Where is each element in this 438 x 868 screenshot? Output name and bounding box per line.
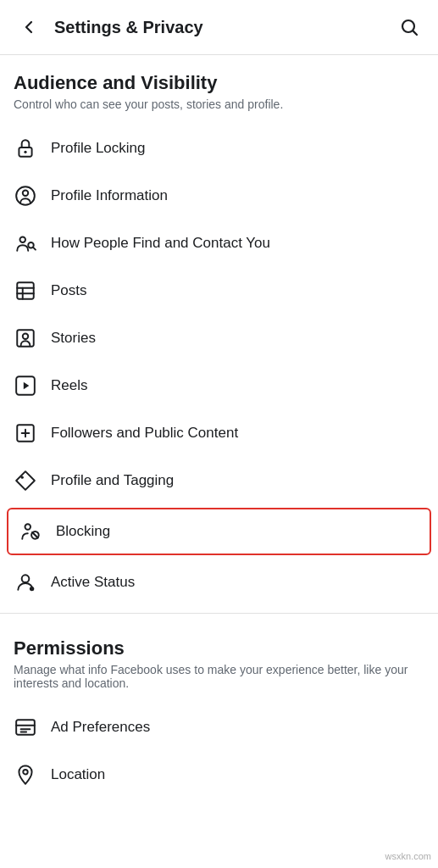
svg-line-8 [33, 248, 36, 250]
svg-point-14 [23, 334, 29, 340]
menu-item-stories[interactable]: Stories [0, 314, 438, 362]
stories-icon [14, 326, 37, 350]
posts-label: Posts [51, 282, 87, 299]
section-divider [0, 613, 438, 614]
blocking-icon [19, 520, 42, 543]
lock-person-icon [14, 136, 37, 160]
svg-line-1 [413, 31, 417, 35]
back-button[interactable] [14, 12, 44, 42]
followers-public-label: Followers and Public Content [51, 425, 238, 442]
reels-label: Reels [51, 377, 87, 394]
section-desc-audience: Control who can see your posts, stories … [14, 97, 424, 111]
menu-item-ad-preferences[interactable]: Ad Preferences [0, 704, 438, 751]
menu-item-profile-tagging[interactable]: Profile and Tagging [0, 457, 438, 504]
section-title-permissions: Permissions [14, 637, 424, 659]
permissions-section: Permissions Manage what info Facebook us… [0, 620, 438, 704]
svg-point-3 [24, 151, 26, 153]
profile-locking-label: Profile Locking [51, 140, 146, 157]
svg-point-5 [23, 191, 29, 197]
active-status-icon [14, 570, 37, 594]
menu-item-location[interactable]: Location [0, 751, 438, 798]
section-title-audience: Audience and Visibility [14, 72, 424, 94]
menu-item-followers-public[interactable]: Followers and Public Content [0, 409, 438, 457]
blocking-label: Blocking [56, 523, 110, 540]
tag-icon [14, 469, 37, 492]
svg-point-20 [21, 476, 24, 479]
svg-point-6 [20, 236, 26, 242]
find-contact-label: How People Find and Contact You [51, 235, 270, 252]
menu-item-profile-information[interactable]: Profile Information [0, 172, 438, 220]
profile-tagging-label: Profile and Tagging [51, 472, 174, 489]
svg-point-30 [23, 770, 27, 774]
header-left: Settings & Privacy [14, 12, 203, 42]
svg-rect-9 [17, 282, 34, 299]
header: Settings & Privacy [0, 0, 438, 55]
active-status-label: Active Status [51, 574, 135, 591]
stories-label: Stories [51, 330, 96, 347]
ad-preferences-label: Ad Preferences [51, 719, 150, 736]
audience-visibility-section: Audience and Visibility Control who can … [0, 55, 438, 125]
person-circle-icon [14, 184, 37, 208]
svg-point-25 [30, 587, 34, 591]
profile-information-label: Profile Information [51, 187, 168, 204]
svg-point-24 [22, 575, 30, 582]
svg-marker-16 [24, 382, 30, 390]
menu-item-find-contact[interactable]: How People Find and Contact You [0, 220, 438, 267]
menu-item-posts[interactable]: Posts [0, 267, 438, 314]
search-button[interactable] [394, 12, 424, 42]
posts-icon [14, 279, 37, 303]
reels-icon [14, 374, 37, 398]
menu-item-reels[interactable]: Reels [0, 362, 438, 409]
section-desc-permissions: Manage what info Facebook uses to make y… [14, 663, 424, 690]
menu-item-profile-locking[interactable]: Profile Locking [0, 125, 438, 172]
location-icon [14, 763, 37, 787]
followers-icon [14, 421, 37, 445]
svg-line-23 [32, 532, 37, 538]
person-search-icon [14, 231, 37, 255]
location-label: Location [51, 766, 105, 783]
watermark: wsxkn.com [385, 851, 431, 861]
svg-point-21 [25, 524, 31, 530]
ad-preferences-icon [14, 715, 37, 739]
menu-item-active-status[interactable]: Active Status [0, 559, 438, 606]
svg-rect-13 [17, 330, 34, 347]
page-title: Settings & Privacy [54, 18, 203, 37]
menu-item-blocking[interactable]: Blocking [7, 508, 431, 555]
